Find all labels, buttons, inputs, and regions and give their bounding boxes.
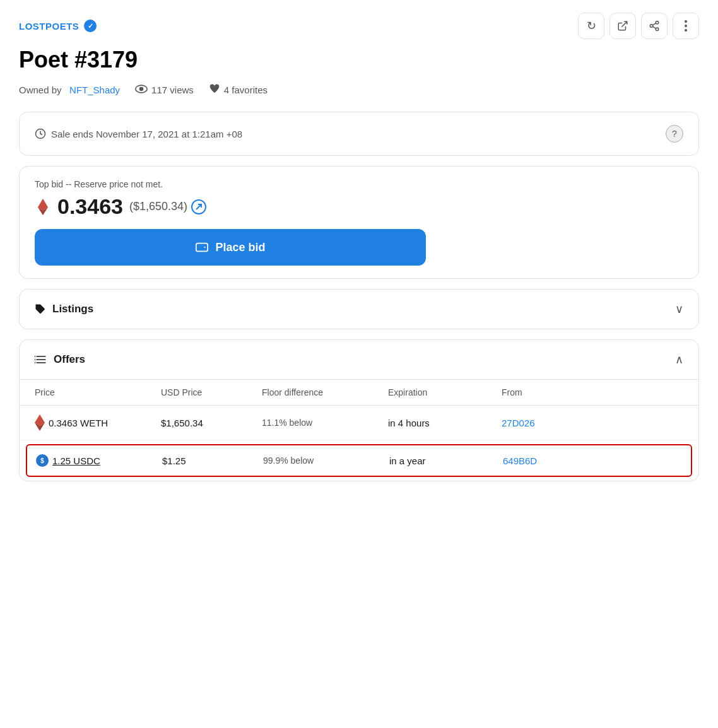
col-price: Price — [35, 387, 161, 397]
place-bid-label: Place bid — [215, 241, 265, 254]
offers-table-header: Price USD Price Floor difference Expirat… — [20, 380, 698, 406]
bid-amount-row: 0.3463 ($1,650.34) — [35, 194, 683, 219]
bid-wallet-icon — [195, 240, 209, 254]
col-floor-diff: Floor difference — [262, 387, 388, 397]
verified-badge: ✓ — [84, 20, 97, 32]
place-bid-button[interactable]: Place bid — [35, 229, 426, 266]
svg-rect-11 — [196, 244, 208, 252]
svg-point-2 — [656, 28, 659, 31]
bid-value: 0.3463 — [57, 194, 123, 219]
views-item: 117 views — [135, 83, 194, 97]
views-count: 117 views — [151, 85, 194, 95]
owner-link[interactable]: NFT_Shady — [69, 85, 120, 95]
favorites-item: 4 favorites — [209, 83, 268, 97]
reload-button[interactable]: ↻ — [578, 13, 604, 39]
offers-header: Offers ∧ — [20, 340, 698, 380]
offers-card: Offers ∧ Price USD Price Floor differenc… — [19, 339, 699, 481]
help-button[interactable]: ? — [666, 125, 683, 143]
bid-external-link[interactable] — [191, 199, 206, 214]
nft-title: Poet #3179 — [19, 47, 699, 73]
svg-point-7 — [140, 88, 143, 91]
offer-2-price-value: 1.25 USDC — [52, 455, 100, 466]
sale-ends-left: Sale ends November 17, 2021 at 1:21am +0… — [35, 128, 242, 139]
bid-card: Top bid -- Reserve price not met. 0.3463… — [19, 166, 699, 279]
clock-icon — [35, 128, 46, 139]
sale-ends-text: Sale ends November 17, 2021 at 1:21am +0… — [51, 129, 242, 139]
listings-collapse-button[interactable]: ∨ — [675, 302, 683, 316]
bid-label: Top bid -- Reserve price not met. — [35, 179, 683, 189]
svg-point-4 — [685, 25, 687, 27]
offer-2-expiration: in a year — [389, 455, 503, 466]
col-expiration: Expiration — [388, 387, 502, 397]
tag-icon — [35, 303, 46, 315]
offer-1-usd: $1,650.34 — [161, 418, 262, 428]
offer-2-usd: $1.25 — [162, 455, 263, 466]
listings-header: Listings ∨ — [35, 302, 683, 316]
offer-1-expiration: in 4 hours — [388, 418, 502, 428]
eth-diamond-icon — [35, 199, 51, 215]
listings-title: Listings — [35, 303, 93, 315]
listings-card: Listings ∨ — [19, 289, 699, 329]
offer-1-from[interactable]: 27D026 — [502, 418, 683, 428]
favorites-count: 4 favorites — [224, 85, 268, 95]
offer-row-2-wrapper: $ 1.25 USDC $1.25 99.9% below in a year … — [26, 444, 692, 477]
heart-icon — [209, 83, 220, 97]
bid-usd: ($1,650.34) — [129, 199, 206, 214]
owner-label: Owned by NFT_Shady — [19, 85, 120, 95]
offers-title: Offers — [35, 353, 85, 366]
offer-2-from[interactable]: 649B6D — [503, 455, 682, 466]
offers-collapse-button[interactable]: ∧ — [675, 353, 683, 367]
offer-2-price: $ 1.25 USDC — [36, 454, 162, 467]
usdc-icon: $ — [36, 454, 49, 467]
more-button[interactable] — [673, 13, 699, 39]
share-icon — [649, 20, 660, 32]
collection-title: LOSTPOETS — [19, 21, 79, 32]
external-link-icon — [617, 20, 628, 32]
col-usd-price: USD Price — [161, 387, 262, 397]
col-from: From — [502, 387, 683, 397]
offer-2-floor: 99.9% below — [263, 455, 389, 466]
offer-1-price: 0.3463 WETH — [35, 414, 161, 431]
collection-name-row: LOSTPOETS ✓ — [19, 20, 97, 32]
eye-icon — [135, 83, 148, 97]
meta-row: Owned by NFT_Shady 117 views 4 favorites — [19, 83, 699, 97]
sale-ends-card: Sale ends November 17, 2021 at 1:21am +0… — [19, 112, 699, 156]
more-icon — [685, 20, 687, 32]
weth-diamond-icon — [35, 414, 45, 431]
list-icon — [35, 355, 47, 365]
share-button[interactable] — [641, 13, 668, 39]
svg-point-1 — [650, 25, 653, 28]
external-link-button[interactable] — [609, 13, 636, 39]
offer-row-1: 0.3463 WETH $1,650.34 11.1% below in 4 h… — [20, 406, 698, 440]
svg-point-3 — [685, 20, 687, 23]
offer-1-floor: 11.1% below — [262, 418, 388, 428]
page-header: LOSTPOETS ✓ ↻ — [19, 13, 699, 39]
svg-point-0 — [656, 21, 659, 25]
offer-row-2: $ 1.25 USDC $1.25 99.9% below in a year … — [27, 445, 691, 476]
svg-point-5 — [685, 29, 687, 32]
header-actions: ↻ — [578, 13, 699, 39]
sale-ends-row: Sale ends November 17, 2021 at 1:21am +0… — [35, 125, 683, 143]
